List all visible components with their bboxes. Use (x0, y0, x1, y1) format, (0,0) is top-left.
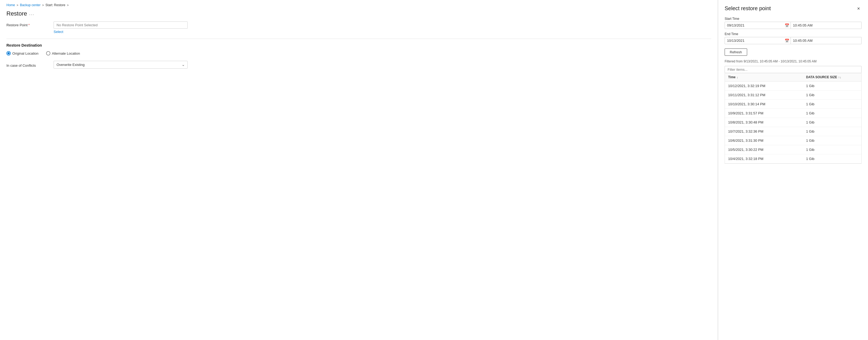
time-sort-icon[interactable]: ↓ (737, 75, 738, 79)
start-time-input[interactable] (791, 22, 862, 29)
table-row[interactable]: 10/4/2021, 3:32:18 PM 1 Gib (725, 154, 861, 163)
start-date-wrap: 📅 (725, 22, 791, 29)
alternate-location-radio[interactable] (46, 51, 51, 56)
size-sort-icon[interactable]: ↑↓ (838, 75, 841, 79)
start-time-label: Start Time (725, 17, 862, 21)
table-row[interactable]: 10/11/2021, 3:31:12 PM 1 Gib (725, 91, 861, 100)
restore-point-input[interactable] (54, 22, 188, 29)
cell-size-0: 1 Gib (806, 84, 858, 88)
table-body: 10/12/2021, 3:32:19 PM 1 Gib 10/11/2021,… (725, 82, 861, 163)
cell-size-7: 1 Gib (806, 148, 858, 152)
cell-size-1: 1 Gib (806, 93, 858, 97)
end-date-wrap: 📅 (725, 37, 791, 44)
restore-destination-heading: Restore Destination (6, 43, 711, 48)
restore-point-wrap: Select (54, 22, 188, 34)
alternate-location-option[interactable]: Alternate Location (46, 51, 80, 56)
select-restore-point-link[interactable]: Select (54, 30, 63, 34)
col-time-header[interactable]: Time ↓ (728, 75, 806, 79)
left-panel: Home > Backup center > Start: Restore > … (0, 0, 718, 340)
cell-size-5: 1 Gib (806, 129, 858, 133)
alternate-location-label: Alternate Location (52, 52, 80, 56)
filter-input-wrap (725, 66, 862, 73)
cell-size-3: 1 Gib (806, 111, 858, 115)
cell-time-7: 10/5/2021, 3:30:22 PM (728, 148, 806, 152)
table-row[interactable]: 10/9/2021, 3:31:57 PM 1 Gib (725, 109, 861, 118)
cell-time-6: 10/6/2021, 3:31:30 PM (728, 138, 806, 143)
end-time-label: End Time (725, 32, 862, 36)
cell-time-3: 10/9/2021, 3:31:57 PM (728, 111, 806, 115)
breadcrumb-home[interactable]: Home (6, 3, 15, 7)
conflict-row: In case of Conflicts Overwrite Existing … (6, 61, 711, 69)
restore-point-label: Restore Point * (6, 22, 49, 27)
table-row[interactable]: 10/10/2021, 3:30:14 PM 1 Gib (725, 100, 861, 109)
table-row[interactable]: 10/8/2021, 3:30:48 PM 1 Gib (725, 118, 861, 127)
table-row[interactable]: 10/7/2021, 3:32:36 PM 1 Gib (725, 127, 861, 136)
table-row[interactable]: 10/12/2021, 3:32:19 PM 1 Gib (725, 82, 861, 91)
col-size-header[interactable]: DATA SOURCE SIZE ↑↓ (806, 75, 858, 79)
cell-time-8: 10/4/2021, 3:32:18 PM (728, 157, 806, 161)
conflict-dropdown[interactable]: Overwrite Existing Skip (54, 61, 188, 69)
cell-time-2: 10/10/2021, 3:30:14 PM (728, 102, 806, 106)
cell-size-6: 1 Gib (806, 138, 858, 143)
close-button[interactable]: × (856, 6, 862, 11)
start-date-input[interactable] (725, 22, 791, 29)
page-title: Restore (6, 10, 27, 17)
cell-size-2: 1 Gib (806, 102, 858, 106)
refresh-button[interactable]: Refresh (725, 49, 747, 56)
table-row[interactable]: 10/5/2021, 3:30:22 PM 1 Gib (725, 145, 861, 154)
conflict-label: In case of Conflicts (6, 62, 49, 67)
table-header: Time ↓ DATA SOURCE SIZE ↑↓ (725, 73, 861, 82)
original-location-radio[interactable] (6, 51, 11, 56)
filter-info: Filtered from 9/13/2021, 10:45:05 AM - 1… (725, 60, 862, 63)
right-panel: Select restore point × Start Time 📅 End … (718, 0, 868, 340)
filter-input[interactable] (725, 66, 862, 73)
breadcrumb-current: Start: Restore (45, 3, 65, 7)
breadcrumb-backup-center[interactable]: Backup center (20, 3, 40, 7)
panel-title: Select restore point (725, 5, 771, 11)
cell-time-0: 10/12/2021, 3:32:19 PM (728, 84, 806, 88)
section-divider (6, 38, 711, 39)
cell-time-5: 10/7/2021, 3:32:36 PM (728, 129, 806, 133)
breadcrumb-sep3: > (67, 3, 69, 7)
start-time-section: Start Time 📅 (725, 17, 862, 29)
breadcrumb-sep1: > (17, 3, 18, 7)
cell-time-1: 10/11/2021, 3:31:12 PM (728, 93, 806, 97)
location-radio-group: Original Location Alternate Location (6, 51, 711, 56)
end-date-input[interactable] (725, 37, 791, 44)
more-button[interactable]: ... (29, 11, 34, 16)
breadcrumb: Home > Backup center > Start: Restore > (0, 0, 718, 9)
table-row[interactable]: 10/6/2021, 3:31:30 PM 1 Gib (725, 136, 861, 145)
end-time-input[interactable] (791, 37, 862, 44)
restore-points-table: Time ↓ DATA SOURCE SIZE ↑↓ 10/12/2021, 3… (725, 73, 862, 164)
end-time-section: End Time 📅 (725, 32, 862, 44)
original-location-label: Original Location (12, 52, 39, 56)
cell-time-4: 10/8/2021, 3:30:48 PM (728, 120, 806, 124)
breadcrumb-sep2: > (42, 3, 44, 7)
required-indicator: * (28, 23, 30, 27)
conflict-dropdown-wrap: Overwrite Existing Skip (54, 61, 188, 69)
cell-size-8: 1 Gib (806, 157, 858, 161)
cell-size-4: 1 Gib (806, 120, 858, 124)
original-location-option[interactable]: Original Location (6, 51, 39, 56)
